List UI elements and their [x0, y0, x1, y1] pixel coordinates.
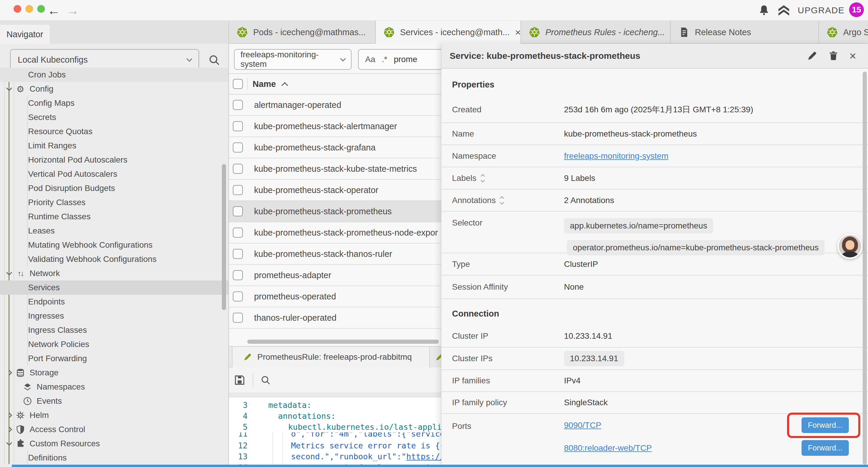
sidebar-item-network-policies[interactable]: Network Policies	[0, 337, 228, 351]
details-title: Service: kube-prometheus-stack-prometheu…	[450, 51, 640, 61]
editor-search-icon[interactable]	[260, 375, 271, 385]
expand-collapse-icon[interactable]	[500, 197, 503, 204]
sidebar-item-port-forwarding[interactable]: Port Forwarding	[0, 351, 228, 366]
sidebar-item-secrets[interactable]: Secrets	[0, 110, 228, 124]
match-case-icon[interactable]: Aa	[365, 55, 375, 64]
notifications-bell-icon[interactable]	[758, 4, 770, 16]
editor-tab-bar: PrometheusRule: freeleaps-prod-rabbitmq	[229, 346, 441, 368]
table-row[interactable]: kube-prometheus-stack-alertmanager	[229, 116, 441, 137]
row-checkbox[interactable]	[233, 228, 243, 238]
sidebar-item-ingresses[interactable]: Ingresses	[0, 309, 228, 323]
search-input[interactable]	[394, 55, 435, 64]
sidebar-item-limit-ranges[interactable]: Limit Ranges	[0, 139, 228, 153]
back-button[interactable]: ←	[47, 2, 60, 19]
delete-trash-icon[interactable]	[828, 51, 839, 61]
sidebar-item-priority-classes[interactable]: Priority Classes	[0, 195, 228, 209]
forward-button[interactable]: Forward...	[802, 440, 849, 456]
sidebar-item-pod-disruption-budgets[interactable]: Pod Disruption Budgets	[0, 181, 228, 195]
select-all-checkbox[interactable]	[233, 79, 243, 89]
navigator-tab[interactable]: Navigator	[0, 25, 50, 44]
maximize-window-button[interactable]	[37, 5, 45, 13]
close-panel-icon[interactable]: ×	[849, 50, 856, 62]
sidebar-item-namespaces[interactable]: Namespaces	[0, 380, 228, 394]
runbook-url-link[interactable]: https://net	[406, 452, 441, 461]
table-row[interactable]: prometheus-operated	[229, 286, 441, 308]
sidebar-item-config[interactable]: ⚙Config	[0, 82, 228, 96]
sidebar-item-mutating-webhook-configurations[interactable]: Mutating Webhook Configurations	[0, 238, 228, 252]
sidebar-item-custom-resources[interactable]: Custom Resources	[0, 437, 228, 451]
upgrade-icon[interactable]	[777, 4, 790, 17]
tab-pods[interactable]: Pods - icecheng@mathmas...	[229, 21, 376, 44]
sidebar-item-definitions[interactable]: Definitions	[0, 451, 228, 465]
sidebar-item-endpoints[interactable]: Endpoints	[0, 295, 228, 309]
edit-pencil-icon[interactable]	[807, 51, 817, 61]
save-icon[interactable]	[234, 374, 246, 386]
tab-services[interactable]: Services - icecheng@math... ×	[376, 21, 521, 44]
table-row[interactable]: thanos-ruler-operated	[229, 308, 441, 329]
sidebar-item-validating-webhook-configurations[interactable]: Validating Webhook Configurations	[0, 252, 228, 266]
table-row[interactable]: kube-prometheus-stack-operator	[229, 180, 441, 201]
tab-argo[interactable]: Argo Se	[819, 21, 868, 44]
tab-release-notes[interactable]: Release Notes	[671, 21, 819, 44]
row-checkbox[interactable]	[233, 100, 243, 110]
namespace-link[interactable]: freeleaps-monitoring-system	[564, 151, 668, 161]
minimize-window-button[interactable]	[25, 5, 33, 13]
sidebar-item-leases[interactable]: Leases	[0, 224, 228, 238]
row-checkbox[interactable]	[233, 249, 243, 259]
yaml-editor[interactable]: 3metadata: 4annotations: 5kubectl.kubern…	[229, 398, 441, 465]
scrollbar-thumb[interactable]	[863, 71, 867, 465]
sidebar-item-events[interactable]: Events	[0, 394, 228, 408]
sidebar-item-access-control[interactable]: Access Control	[0, 422, 228, 437]
sidebar-search-icon[interactable]	[208, 54, 220, 66]
kubeconfig-select[interactable]: Local Kubeconfigs	[10, 49, 199, 70]
table-row[interactable]: alertmanager-operated	[229, 95, 441, 116]
sidebar-item-runtime-classes[interactable]: Runtime Classes	[0, 209, 228, 224]
row-checkbox[interactable]	[233, 313, 243, 323]
namespace-select[interactable]: freeleaps-monitoring-system	[234, 49, 351, 70]
scrollbar-thumb[interactable]	[222, 164, 226, 310]
row-checkbox[interactable]	[233, 164, 243, 174]
helm-wheel-icon	[16, 411, 25, 420]
sidebar-item-vertical-pod-autoscalers[interactable]: Vertical Pod Autoscalers	[0, 167, 228, 181]
row-checkbox[interactable]	[233, 121, 243, 131]
table-row[interactable]: kube-prometheus-stack-thanos-ruler	[229, 243, 441, 265]
port-link[interactable]: 9090/TCP	[564, 420, 601, 430]
forward-button[interactable]: →	[66, 2, 79, 19]
row-checkbox[interactable]	[233, 291, 243, 301]
table-row[interactable]: kube-prometheus-stack-grafana	[229, 137, 441, 158]
sidebar-item-ingress-classes[interactable]: Ingress Classes	[0, 323, 228, 337]
sort-ascending-icon[interactable]	[282, 82, 288, 89]
row-checkbox[interactable]	[233, 206, 243, 216]
sidebar-item-cron-jobs[interactable]: Cron Jobs	[0, 68, 228, 82]
name-column-header[interactable]: Name	[253, 79, 276, 89]
sidebar-item-horizontal-pod-autoscalers[interactable]: Horizontal Pod Autoscalers	[0, 153, 228, 167]
row-checkbox[interactable]	[233, 185, 243, 195]
regex-icon[interactable]: .*	[382, 55, 387, 64]
notification-count-badge[interactable]: 15	[849, 2, 864, 17]
sidebar-item-services[interactable]: Services	[0, 281, 228, 295]
sidebar-item-config-maps[interactable]: Config Maps	[0, 96, 228, 110]
horizontal-scrollbar-thumb[interactable]	[247, 340, 439, 344]
sidebar-item-helm[interactable]: Helm	[0, 408, 228, 422]
tab-prometheus-rules[interactable]: Prometheus Rules - icecheng...	[521, 21, 671, 44]
search-box[interactable]: Aa .*	[358, 49, 441, 70]
close-window-button[interactable]	[13, 5, 21, 13]
close-tab-icon[interactable]: ×	[515, 27, 521, 38]
document-icon	[678, 27, 689, 38]
yaml-editor-tab[interactable]: PrometheusRule: freeleaps-prod-rabbitmq	[232, 347, 430, 368]
forward-button[interactable]: Forward...	[802, 417, 849, 433]
avatar[interactable]	[837, 233, 863, 259]
sidebar-item-storage[interactable]: Storage	[0, 366, 228, 380]
row-checkbox[interactable]	[233, 270, 243, 280]
upgrade-button[interactable]: UPGRADE	[798, 5, 845, 16]
table-row[interactable]: kube-prometheus-stack-prometheus-node-ex…	[229, 222, 441, 243]
port-link[interactable]: 8080:reloader-web/TCP	[564, 443, 652, 453]
table-row-selected[interactable]: kube-prometheus-stack-prometheus	[229, 201, 441, 222]
expand-collapse-icon[interactable]	[481, 175, 484, 182]
sidebar-item-resource-quotas[interactable]: Resource Quotas	[0, 124, 228, 139]
yaml-editor-tab-partial[interactable]	[430, 347, 441, 368]
table-row[interactable]: prometheus-adapter	[229, 265, 441, 286]
row-checkbox[interactable]	[233, 143, 243, 152]
sidebar-item-network[interactable]: ↑↓Network	[0, 266, 228, 281]
table-row[interactable]: kube-prometheus-stack-kube-state-metrics	[229, 158, 441, 180]
